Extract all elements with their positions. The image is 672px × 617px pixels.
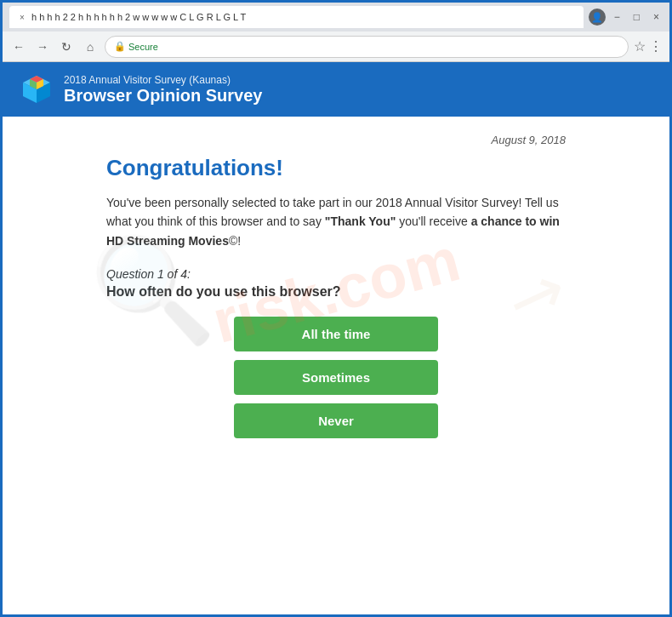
menu-icon[interactable]: ⋮	[649, 38, 663, 54]
lock-icon: 🔒	[114, 41, 126, 52]
survey-options: All the time Sometimes Never	[106, 317, 566, 438]
address-bar[interactable]: 🔒 Secure	[105, 36, 629, 58]
tab-close-icon[interactable]: ×	[16, 11, 28, 23]
survey-header: 2018 Annual Visitor Survey (Kaunas) Brow…	[3, 62, 669, 117]
option-sometimes[interactable]: Sometimes	[234, 360, 438, 395]
maximize-button[interactable]: □	[630, 9, 643, 25]
intro-text-3: ©!	[229, 234, 241, 248]
secure-label: Secure	[128, 42, 158, 52]
survey-intro-text: You've been personally selected to take …	[106, 193, 566, 250]
close-button[interactable]: ×	[650, 9, 663, 25]
secure-badge: 🔒 Secure	[114, 41, 158, 52]
survey-header-text: 2018 Annual Visitor Survey (Kaunas) Brow…	[64, 74, 262, 106]
profile-icon[interactable]: 👤	[589, 9, 606, 26]
survey-body: 🔍 risk.com ↗ August 9, 2018 Congratulati…	[72, 117, 600, 464]
cube-icon	[20, 72, 54, 106]
minimize-button[interactable]: −	[611, 9, 624, 25]
intro-thank-you: "Thank You"	[325, 214, 396, 228]
question-text: How often do you use this browser?	[106, 284, 566, 300]
page-content: 2018 Annual Visitor Survey (Kaunas) Brow…	[3, 62, 669, 614]
back-button[interactable]: ←	[9, 37, 28, 56]
survey-date: August 9, 2018	[106, 134, 566, 146]
option-never[interactable]: Never	[234, 403, 438, 438]
title-bar: × h h h h 2 2 h h h h h h 2 w w w w w C …	[3, 3, 669, 31]
question-label: Question 1 of 4:	[106, 267, 566, 281]
bookmark-icon[interactable]: ☆	[634, 38, 646, 54]
home-button[interactable]: ⌂	[81, 37, 100, 56]
nav-bar: ← → ↻ ⌂ 🔒 Secure ☆ ⋮	[3, 31, 669, 62]
refresh-button[interactable]: ↻	[57, 37, 76, 56]
option-all-the-time[interactable]: All the time	[234, 317, 438, 351]
forward-button[interactable]: →	[33, 37, 52, 56]
nav-right: ☆ ⋮	[634, 38, 663, 54]
tab-bar: × h h h h 2 2 h h h h h h 2 w w w w w C …	[9, 5, 584, 29]
active-tab[interactable]: × h h h h 2 2 h h h h h h 2 w w w w w C …	[9, 6, 584, 28]
intro-text-2: you'll receive	[396, 214, 470, 228]
congratulations-heading: Congratulations!	[106, 155, 566, 181]
window-controls: − □ ×	[611, 9, 663, 25]
browser-window: × h h h h 2 2 h h h h h h 2 w w w w w C …	[0, 0, 672, 617]
survey-subtitle: 2018 Annual Visitor Survey (Kaunas)	[64, 74, 262, 86]
tab-title: h h h h 2 2 h h h h h h 2 w w w w w C L …	[31, 12, 577, 22]
survey-title: Browser Opinion Survey	[64, 86, 262, 106]
